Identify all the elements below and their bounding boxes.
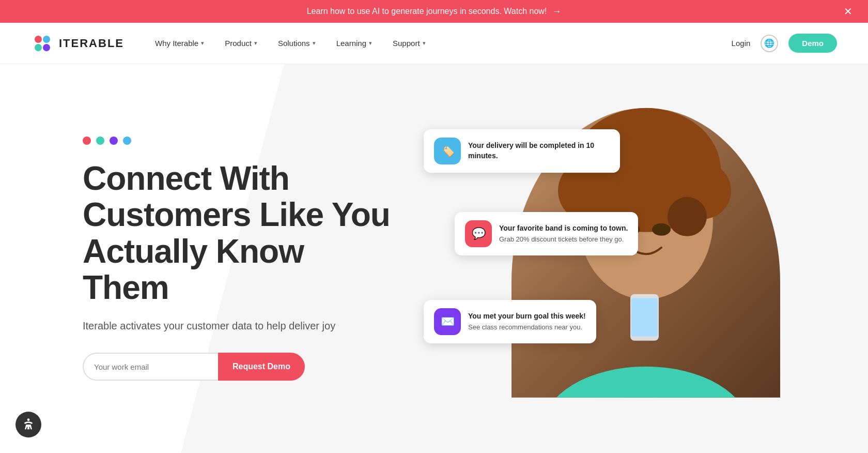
svg-point-5 <box>542 367 749 398</box>
accessibility-icon <box>21 417 36 432</box>
banner-text: Learn how to use AI to generate journeys… <box>307 7 547 16</box>
decorative-dots <box>83 137 393 145</box>
accessibility-button[interactable] <box>16 412 41 437</box>
dot-teal <box>96 137 104 145</box>
nav-item-solutions[interactable]: Solutions ▾ <box>268 23 326 64</box>
svg-point-1 <box>43 36 50 43</box>
demo-button[interactable]: Demo <box>788 34 837 53</box>
banner-arrow[interactable]: → <box>552 6 561 17</box>
burn-icon: ✉️ <box>434 308 461 335</box>
notif-delivery-title: Your delivery will be completed in 10 mi… <box>468 141 610 161</box>
notif-burn-subtitle: See class recommendations near you. <box>468 323 586 332</box>
notif-band-title: Your favorite band is coming to town. <box>499 223 628 234</box>
nav-item-why-iterable[interactable]: Why Iterable ▾ <box>145 23 214 64</box>
svg-rect-15 <box>631 298 658 337</box>
dot-red <box>83 137 91 145</box>
nav-item-product[interactable]: Product ▾ <box>214 23 268 64</box>
band-icon: 💬 <box>465 220 492 247</box>
svg-point-3 <box>43 44 50 51</box>
hero-title: Connect With Customers Like You Actually… <box>83 160 393 306</box>
email-input[interactable] <box>83 353 218 381</box>
svg-point-2 <box>35 44 42 51</box>
hero-left: Connect With Customers Like You Actually… <box>83 137 393 381</box>
main-nav: ITERABLE Why Iterable ▾ Product ▾ Soluti… <box>0 23 868 64</box>
notification-card-delivery: 🏷️ Your delivery will be completed in 10… <box>424 129 620 173</box>
dot-purple <box>110 137 118 145</box>
svg-point-16 <box>27 418 30 421</box>
hero-content: Connect With Customers Like You Actually… <box>0 64 868 453</box>
dot-blue <box>123 137 131 145</box>
globe-icon: 🌐 <box>764 38 774 48</box>
nav-links: Why Iterable ▾ Product ▾ Solutions ▾ Lea… <box>145 23 732 64</box>
hero-right: 🏷️ Your delivery will be completed in 10… <box>393 98 806 419</box>
banner-close-button[interactable]: ✕ <box>844 6 853 17</box>
chevron-down-icon: ▾ <box>254 40 257 47</box>
hero-section: Connect With Customers Like You Actually… <box>0 64 868 453</box>
notification-card-band: 💬 Your favorite band is coming to town. … <box>455 212 638 255</box>
notif-burn-title: You met your burn goal this week! <box>468 311 586 322</box>
request-demo-button[interactable]: Request Demo <box>218 353 305 381</box>
announcement-banner: Learn how to use AI to generate journeys… <box>0 0 868 23</box>
login-button[interactable]: Login <box>732 39 751 48</box>
chevron-down-icon: ▾ <box>369 40 372 47</box>
chevron-down-icon: ▾ <box>201 40 204 47</box>
delivery-icon: 🏷️ <box>434 138 461 164</box>
svg-point-13 <box>652 223 671 236</box>
nav-item-support[interactable]: Support ▾ <box>382 23 436 64</box>
hero-subtitle: Iterable activates your customer data to… <box>83 320 393 332</box>
nav-right: Login 🌐 Demo <box>732 34 837 53</box>
email-form: Request Demo <box>83 353 305 381</box>
notification-card-burn: ✉️ You met your burn goal this week! See… <box>424 300 596 343</box>
logo[interactable]: ITERABLE <box>31 32 124 55</box>
logo-text: ITERABLE <box>59 37 124 50</box>
chevron-down-icon: ▾ <box>423 40 426 47</box>
nav-item-learning[interactable]: Learning ▾ <box>326 23 382 64</box>
chevron-down-icon: ▾ <box>313 40 316 47</box>
svg-point-0 <box>35 36 42 43</box>
language-selector-button[interactable]: 🌐 <box>761 35 778 52</box>
svg-point-11 <box>668 197 707 236</box>
notif-band-subtitle: Grab 20% discount tickets before they go… <box>499 235 628 244</box>
